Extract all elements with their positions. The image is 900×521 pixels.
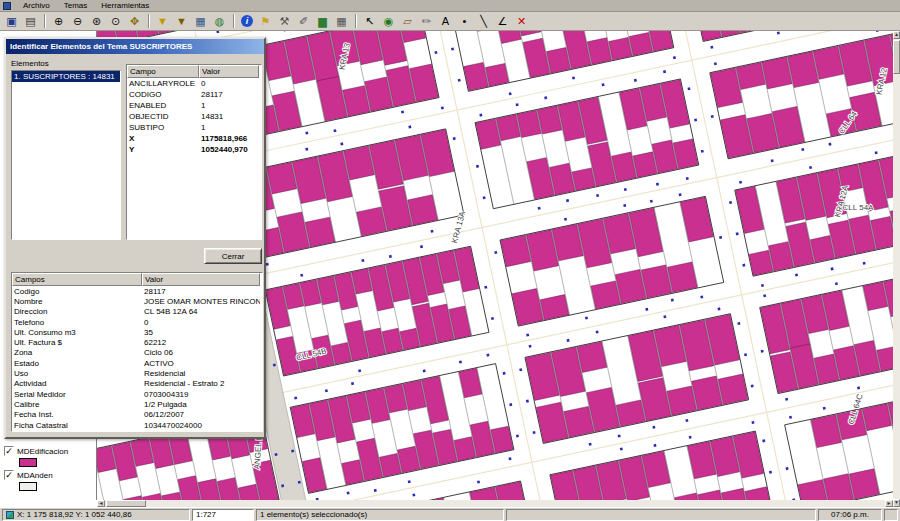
polyline-tool-icon[interactable]: ∠ bbox=[494, 13, 511, 29]
field-name: Actividad bbox=[12, 379, 142, 388]
selection-status: 1 elemento(s) seleccionado(s) bbox=[256, 509, 504, 521]
field-row: Y1052440,970 bbox=[127, 144, 261, 155]
statusbar-spacer bbox=[506, 509, 816, 521]
elements-label: Elementos bbox=[11, 59, 49, 68]
field-name: Estado bbox=[12, 359, 142, 368]
edit-icon[interactable]: ✐ bbox=[295, 13, 312, 29]
dialog-title: Identificar Elementos del Tema SUSCRIPTO… bbox=[10, 42, 192, 51]
layer-checkbox-icon[interactable]: ✓ bbox=[4, 446, 14, 456]
field-value: 1 bbox=[199, 101, 259, 110]
print-icon[interactable]: ▤ bbox=[22, 13, 39, 29]
coordinates-icon bbox=[6, 511, 14, 519]
line-tool-icon[interactable]: ╲ bbox=[475, 13, 492, 29]
dialog-titlebar[interactable]: Identificar Elementos del Tema SUSCRIPTO… bbox=[6, 39, 264, 54]
close-button[interactable]: Cerrar bbox=[204, 248, 262, 264]
field-name: X bbox=[127, 134, 199, 143]
field-value: Ciclo 06 bbox=[142, 348, 260, 357]
attribute-table-icon[interactable]: ▦ bbox=[333, 13, 350, 29]
globe-icon[interactable]: ◉ bbox=[380, 13, 397, 29]
layer-label: MDAnden bbox=[17, 471, 53, 480]
field-row: ZonaCiclo 06 bbox=[12, 348, 262, 358]
field-name: Nombre bbox=[12, 297, 142, 306]
field-row: UsoResidencial bbox=[12, 368, 262, 378]
map-horizontal-scrollbar[interactable]: ◄ ► bbox=[97, 500, 893, 507]
field-row: ENABLED1 bbox=[127, 100, 261, 111]
menu-bar: ArchivoTemasHerramientas bbox=[0, 0, 900, 12]
field-value: 0 bbox=[142, 318, 260, 327]
field-value: 1/2 Pulgada bbox=[142, 400, 260, 409]
column-header[interactable]: Valor bbox=[142, 273, 260, 286]
scroll-down-icon[interactable]: ▼ bbox=[893, 499, 900, 507]
field-name: CODIGO bbox=[127, 90, 199, 99]
add-theme-icon[interactable]: ▼ bbox=[154, 13, 171, 29]
zoom-full-extent-icon[interactable]: ⊛ bbox=[88, 13, 105, 29]
table-icon[interactable]: ▦ bbox=[192, 13, 209, 29]
field-value: CL 54B 12A 64 bbox=[142, 307, 260, 316]
field-row: Calibre1/2 Pulgada bbox=[12, 399, 262, 409]
layer-legend: ✓MDEdificacion✓MDAnden bbox=[4, 444, 68, 494]
field-row: OBJECTID14831 bbox=[127, 111, 261, 122]
column-header[interactable]: Campo bbox=[127, 65, 199, 78]
application-window: { "window": { "menu_items": ["Archivo", … bbox=[0, 0, 900, 521]
chart-icon[interactable]: ▆ bbox=[314, 13, 331, 29]
menu-temas[interactable]: Temas bbox=[57, 1, 95, 10]
field-name: Uso bbox=[12, 369, 142, 378]
layer-checkbox-icon[interactable]: ✓ bbox=[4, 470, 14, 480]
toolbar-separator bbox=[355, 14, 356, 28]
element-item[interactable]: 1. SUSCRIPTORES : 14831 bbox=[12, 71, 120, 82]
map-vertical-scrollbar[interactable]: ▲ ▼ bbox=[893, 31, 900, 507]
info-icon[interactable]: i bbox=[241, 15, 253, 27]
eraser-icon[interactable]: ▱ bbox=[399, 13, 416, 29]
pan-icon[interactable]: ✥ bbox=[126, 13, 143, 29]
clock-display: 07:06 p.m. bbox=[818, 509, 882, 521]
column-header[interactable]: Valor bbox=[199, 65, 259, 78]
menu-archivo[interactable]: Archivo bbox=[16, 1, 57, 10]
horizontal-scroll-thumb[interactable] bbox=[106, 500, 146, 507]
field-row: Ult. Consumo m335 bbox=[12, 327, 262, 337]
field-name: ENABLED bbox=[127, 101, 199, 110]
select-pointer-icon[interactable]: ↖ bbox=[361, 13, 378, 29]
pencil-icon[interactable]: ✏ bbox=[418, 13, 435, 29]
delete-icon[interactable]: ✕ bbox=[513, 13, 530, 29]
field-row: DireccionCL 54B 12A 64 bbox=[12, 307, 262, 317]
field-value: 28117 bbox=[199, 90, 259, 99]
zoom-out-icon[interactable]: ⊖ bbox=[69, 13, 86, 29]
field-row: CODIGO28117 bbox=[127, 89, 261, 100]
attribute-table: CampoValorANCILLARYROLE0CODIGO28117ENABL… bbox=[126, 64, 262, 240]
scroll-left-icon[interactable]: ◄ bbox=[97, 500, 105, 507]
column-header[interactable]: Campos bbox=[12, 273, 142, 286]
field-value: 1034470024000 bbox=[142, 421, 260, 430]
tools-icon[interactable]: ⚒ bbox=[276, 13, 293, 29]
field-name: Ficha Catastral bbox=[12, 421, 142, 430]
coordinates-display: X: 1 175 818,92 Y: 1 052 440,86 bbox=[17, 510, 132, 519]
scroll-right-icon[interactable]: ► bbox=[885, 500, 893, 507]
field-row: ANCILLARYROLE0 bbox=[127, 78, 261, 89]
load-data-icon[interactable]: ▼ bbox=[173, 13, 190, 29]
label-icon[interactable]: ⚑ bbox=[257, 13, 274, 29]
field-row: Ult. Factura $62212 bbox=[12, 337, 262, 347]
layer-toggle-mdanden[interactable]: ✓MDAnden bbox=[4, 470, 68, 480]
layer-toggle-mdedificacion[interactable]: ✓MDEdificacion bbox=[4, 446, 68, 456]
point-tool-icon[interactable]: • bbox=[456, 13, 473, 29]
field-name: Codigo bbox=[12, 287, 142, 296]
menu-items: ArchivoTemasHerramientas bbox=[16, 1, 156, 10]
field-row: Ficha Catastral1034470024000 bbox=[12, 420, 262, 430]
field-value: 1 bbox=[199, 123, 259, 132]
network-icon[interactable]: ◍ bbox=[211, 13, 228, 29]
menu-herramientas[interactable]: Herramientas bbox=[94, 1, 156, 10]
scale-input[interactable]: 1:727 bbox=[192, 509, 254, 521]
save-icon[interactable]: ▣ bbox=[3, 13, 20, 29]
field-value: JOSE OMAR MONTES RINCON bbox=[142, 297, 260, 306]
field-row: Serial Medidor0703004319 bbox=[12, 389, 262, 399]
scroll-up-icon[interactable]: ▲ bbox=[893, 31, 900, 39]
text-tool-icon[interactable]: A bbox=[437, 13, 454, 29]
field-value: Residencial - Estrato 2 bbox=[142, 379, 260, 388]
zoom-previous-icon[interactable]: ⊙ bbox=[107, 13, 124, 29]
field-value: 0703004319 bbox=[142, 390, 260, 399]
zoom-in-icon[interactable]: ⊕ bbox=[50, 13, 67, 29]
vertical-scroll-thumb[interactable] bbox=[893, 40, 900, 74]
layer-label: MDEdificacion bbox=[17, 447, 68, 456]
field-row: ActividadResidencial - Estrato 2 bbox=[12, 379, 262, 389]
status-bar: X: 1 175 818,92 Y: 1 052 440,86 1:727 1 … bbox=[0, 507, 900, 521]
elements-list[interactable]: 1. SUSCRIPTORES : 14831 bbox=[11, 70, 121, 240]
